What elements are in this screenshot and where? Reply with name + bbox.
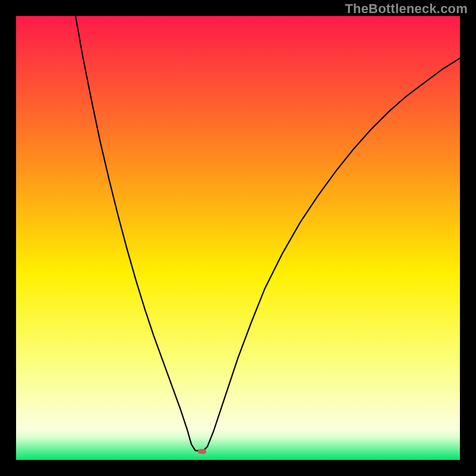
chart-frame: TheBottleneck.com: [0, 0, 476, 476]
watermark-text: TheBottleneck.com: [345, 1, 468, 17]
bottleneck-chart: [16, 16, 460, 460]
minimum-marker: [198, 449, 206, 454]
gradient-background: [16, 16, 460, 460]
